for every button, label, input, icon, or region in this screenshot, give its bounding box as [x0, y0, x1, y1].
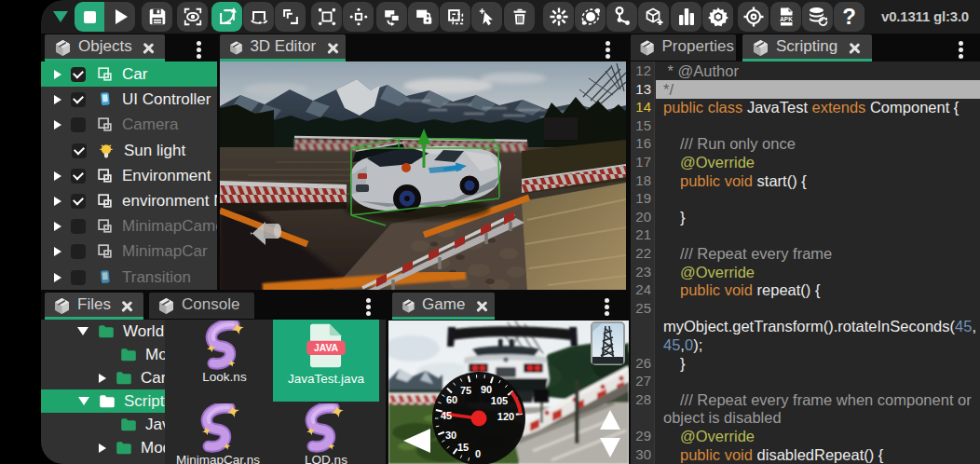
svg-text:75: 75	[460, 385, 471, 396]
svg-text:30: 30	[445, 430, 456, 441]
svg-text:120: 120	[497, 411, 514, 422]
svg-text:105: 105	[491, 395, 508, 406]
svg-text:90: 90	[481, 384, 492, 395]
svg-text:15: 15	[457, 442, 469, 453]
svg-text:60: 60	[446, 394, 457, 405]
svg-text:0: 0	[475, 448, 481, 459]
svg-text:45: 45	[441, 410, 452, 421]
